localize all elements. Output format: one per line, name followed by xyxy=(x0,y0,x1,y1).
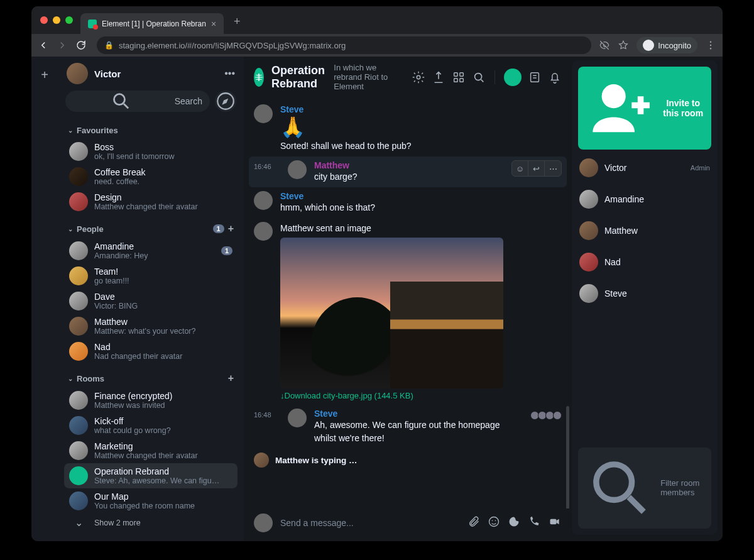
room-dave[interactable]: DaveVictor: BING xyxy=(64,288,238,314)
room-matthew[interactable]: MatthewMatthew: what's your vector? xyxy=(64,314,238,339)
emoji-icon[interactable] xyxy=(488,515,500,530)
new-tab-button[interactable]: + xyxy=(234,15,241,28)
files-icon[interactable] xyxy=(528,70,542,84)
section-low-priority[interactable]: ⌄Low priority xyxy=(64,537,238,541)
room-list-sidebar: Victor ••• Search ⌄Favourites Bossok, I'… xyxy=(58,57,244,541)
svg-rect-8 xyxy=(454,78,458,81)
video-call-icon[interactable] xyxy=(548,515,562,530)
message[interactable]: Steve🙏Sorted! shall we head to the pub? xyxy=(254,101,562,156)
message[interactable]: ☺ ↩ ⋯ 16:46 Matthewcity barge? xyxy=(249,156,567,187)
room-amandine[interactable]: AmandineAmandine: Hey1 xyxy=(64,238,238,263)
back-button[interactable] xyxy=(38,40,49,51)
user-name[interactable]: Victor xyxy=(94,69,218,79)
room-design[interactable]: DesignMatthew changed their avatar xyxy=(64,189,238,214)
room-main: Operation Rebrand In which we rebrand Ri… xyxy=(244,57,572,541)
svg-rect-9 xyxy=(460,78,464,81)
voice-call-icon[interactable] xyxy=(528,515,540,530)
settings-icon[interactable] xyxy=(412,70,425,84)
search-icon xyxy=(73,91,170,112)
svg-point-13 xyxy=(492,520,493,522)
scrollbar[interactable] xyxy=(566,406,569,508)
member-nad[interactable]: Nad xyxy=(578,249,711,275)
room-nad[interactable]: NadNad changed their avatar xyxy=(64,339,238,364)
room-boss[interactable]: Bossok, I'll send it tomorrow xyxy=(64,139,238,164)
add-people-button[interactable]: + xyxy=(228,223,234,234)
section-rooms[interactable]: ⌄Rooms+ xyxy=(64,369,238,388)
user-avatar[interactable] xyxy=(67,63,88,84)
favicon-icon xyxy=(88,19,97,28)
space-rail: + xyxy=(31,57,58,541)
star-icon[interactable] xyxy=(618,40,629,51)
message-image[interactable]: Matthew sent an image↓Download city-barg… xyxy=(254,218,562,405)
message-input[interactable] xyxy=(280,518,460,528)
svg-rect-11 xyxy=(531,72,539,82)
url-text: staging.element.io/#/room/!iSjMRGQVDSpLj… xyxy=(119,41,346,50)
members-icon[interactable] xyxy=(504,69,522,86)
browser-tab[interactable]: Element [1] | Operation Rebran × xyxy=(80,13,224,34)
forward-button[interactable] xyxy=(57,40,68,51)
room-avatar[interactable] xyxy=(254,68,264,87)
room-finance[interactable]: Finance (encrypted)Matthew was invited xyxy=(64,388,238,413)
room-our-map[interactable]: Our MapYou changed the room name xyxy=(64,488,238,513)
eye-off-icon[interactable] xyxy=(599,40,610,51)
search-room-icon[interactable] xyxy=(472,70,486,84)
room-operation-rebrand[interactable]: Operation RebrandSteve: Ah, awesome. We … xyxy=(64,463,238,488)
reply-button[interactable]: ↩ xyxy=(528,161,545,176)
room-title[interactable]: Operation Rebrand xyxy=(271,64,326,91)
section-people[interactable]: ⌄People1+ xyxy=(64,219,238,238)
url-field[interactable]: 🔒 staging.element.io/#/room/!iSjMRGQVDSp… xyxy=(97,36,591,54)
svg-rect-15 xyxy=(550,519,557,524)
sticker-icon[interactable] xyxy=(508,515,520,530)
member-amandine[interactable]: Amandine xyxy=(578,186,711,212)
message[interactable]: Stevehmm, which one is that? xyxy=(254,187,562,218)
close-tab-icon[interactable]: × xyxy=(211,19,216,29)
room-kickoff[interactable]: Kick-offwhat could go wrong? xyxy=(64,413,238,438)
room-marketing[interactable]: MarketingMatthew changed their avatar xyxy=(64,438,238,463)
lock-icon: 🔒 xyxy=(104,41,114,50)
read-receipts xyxy=(530,411,562,420)
svg-point-0 xyxy=(710,41,711,43)
message-action-bar: ☺ ↩ ⋯ xyxy=(511,160,562,177)
upload-icon[interactable] xyxy=(432,70,445,84)
svg-point-3 xyxy=(114,94,124,105)
section-favourites[interactable]: ⌄Favourites xyxy=(64,122,238,139)
download-link[interactable]: ↓Download city-barge.jpg (144.5 KB) xyxy=(280,391,413,400)
reload-button[interactable] xyxy=(75,40,87,51)
notifications-icon[interactable] xyxy=(548,70,562,84)
browser-menu-icon[interactable] xyxy=(705,40,716,51)
svg-point-14 xyxy=(495,520,496,522)
attach-icon[interactable] xyxy=(467,515,480,530)
add-space-button[interactable]: + xyxy=(35,65,54,84)
explore-button[interactable] xyxy=(215,91,236,112)
react-button[interactable]: ☺ xyxy=(512,161,528,176)
member-steve[interactable]: Steve xyxy=(578,280,711,307)
incognito-badge: Incognito xyxy=(637,37,697,53)
tab-bar: Element [1] | Operation Rebran × + xyxy=(31,6,723,34)
room-team[interactable]: Team!go team!!! xyxy=(64,263,238,288)
svg-point-5 xyxy=(417,75,420,79)
member-victor[interactable]: VictorAdmin xyxy=(578,155,711,181)
add-room-button[interactable]: + xyxy=(228,373,234,384)
composer xyxy=(244,508,572,541)
room-coffee-break[interactable]: Coffee Breakneed. coffee. xyxy=(64,164,238,189)
address-bar: 🔒 staging.element.io/#/room/!iSjMRGQVDSp… xyxy=(31,34,723,57)
svg-rect-6 xyxy=(454,72,458,76)
search-input[interactable]: Search xyxy=(65,91,210,112)
composer-avatar xyxy=(254,513,273,532)
user-menu-icon[interactable]: ••• xyxy=(224,68,235,79)
svg-point-12 xyxy=(489,517,499,527)
svg-point-2 xyxy=(710,48,711,49)
invite-button[interactable]: Invite to this room xyxy=(578,67,711,150)
message[interactable]: 16:48 SteveAh, awesome. We can figure ou… xyxy=(254,405,562,449)
options-button[interactable]: ⋯ xyxy=(545,161,561,176)
image-attachment[interactable] xyxy=(280,238,503,388)
svg-rect-7 xyxy=(460,72,464,76)
apps-icon[interactable] xyxy=(452,70,466,84)
svg-point-17 xyxy=(596,464,632,500)
member-matthew[interactable]: Matthew xyxy=(578,217,711,244)
show-more-rooms[interactable]: ⌄Show 2 more xyxy=(64,513,238,532)
filter-members-input[interactable]: Filter room members xyxy=(578,447,711,529)
search-placeholder: Search xyxy=(175,96,202,106)
typing-indicator: Matthew is typing … xyxy=(254,449,562,470)
member-panel: Invite to this room VictorAdmin Amandine… xyxy=(572,60,718,535)
